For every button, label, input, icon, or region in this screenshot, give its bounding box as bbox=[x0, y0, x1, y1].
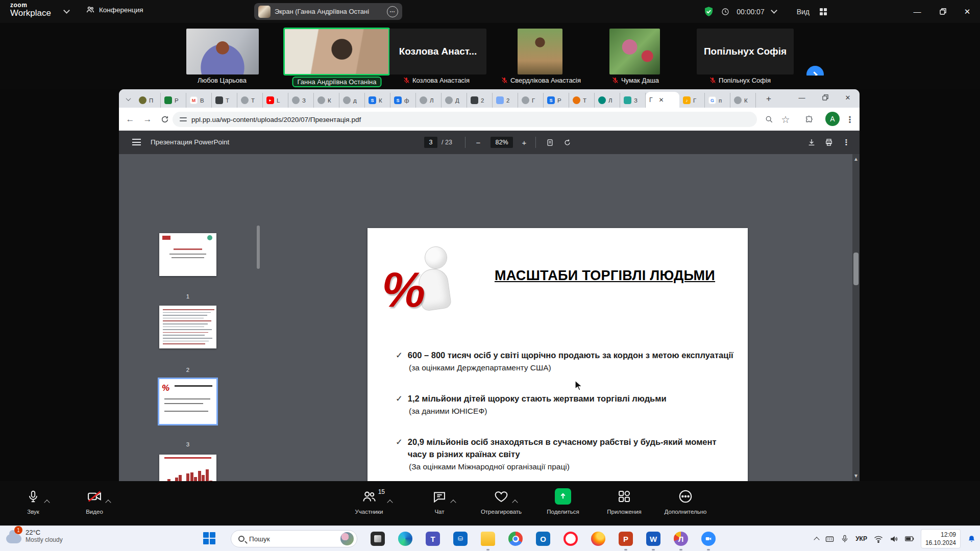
profile-avatar[interactable]: А bbox=[825, 112, 840, 126]
browser-tab[interactable]: З bbox=[620, 93, 646, 108]
pdf-scrollbar-track[interactable] bbox=[852, 154, 860, 481]
participant-video-tile[interactable] bbox=[186, 29, 259, 74]
taskbar-app-teams[interactable]: T bbox=[425, 531, 441, 547]
browser-tab[interactable]: 2 bbox=[467, 93, 493, 108]
chrome-menu-icon[interactable]: ⋮ bbox=[844, 113, 856, 126]
browser-tab[interactable]: MВ bbox=[186, 93, 212, 108]
browser-tab[interactable]: Д bbox=[442, 93, 467, 108]
participant-video-tile[interactable] bbox=[609, 29, 660, 74]
browser-tab[interactable]: Р bbox=[161, 93, 186, 108]
taskbar-app-store[interactable]: ⛁ bbox=[452, 531, 469, 547]
scroll-down-icon[interactable]: ▼ bbox=[853, 473, 859, 479]
browser-tab[interactable]: Т bbox=[569, 93, 595, 108]
participant-video-tile[interactable] bbox=[284, 29, 389, 74]
toolbar-react-button[interactable]: Отреагировать bbox=[473, 487, 529, 515]
search-highlight-image[interactable] bbox=[340, 532, 354, 545]
page-thumbnail-4[interactable] bbox=[159, 455, 216, 481]
taskbar-app-edge[interactable] bbox=[397, 531, 413, 547]
tab-active-pdf[interactable]: Г✕ bbox=[646, 92, 679, 108]
forward-button[interactable]: → bbox=[141, 113, 154, 126]
wifi-icon[interactable] bbox=[874, 535, 883, 543]
taskbar-app-zoom[interactable] bbox=[700, 531, 717, 547]
sidebar-scrollbar[interactable] bbox=[257, 226, 260, 269]
toolbar-mic-button[interactable]: Звук bbox=[5, 487, 61, 515]
zoom-in-button[interactable]: + bbox=[518, 136, 530, 148]
pdf-scrollbar-thumb[interactable] bbox=[853, 253, 859, 285]
tab-search-button[interactable] bbox=[123, 94, 133, 104]
site-settings-icon[interactable] bbox=[180, 116, 187, 122]
browser-tab[interactable]: SР bbox=[544, 93, 569, 108]
browser-tab[interactable]: ♪Г bbox=[679, 93, 705, 108]
toolbar-apps-button[interactable]: Приложения bbox=[596, 487, 652, 515]
page-thumbnail-1[interactable] bbox=[159, 233, 216, 276]
browser-tab[interactable]: SК bbox=[365, 93, 390, 108]
browser-tab[interactable]: З bbox=[288, 93, 314, 108]
weather-widget[interactable]: 1 22°C Mostly cloudy bbox=[6, 528, 63, 543]
taskbar-app-photos[interactable] bbox=[370, 531, 386, 547]
volume-icon[interactable] bbox=[890, 535, 898, 543]
zoom-out-button[interactable]: − bbox=[472, 136, 484, 148]
browser-tab[interactable]: К bbox=[730, 93, 756, 108]
tab-close-icon[interactable]: ✕ bbox=[659, 96, 664, 104]
browser-tab[interactable]: ▸L bbox=[263, 93, 288, 108]
reload-button[interactable] bbox=[159, 113, 171, 126]
share-tab-more-icon[interactable] bbox=[387, 6, 398, 17]
toolbar-share-button[interactable]: Поделиться bbox=[535, 487, 591, 515]
browser-tab[interactable]: П bbox=[135, 93, 161, 108]
chevron-up-icon[interactable] bbox=[512, 499, 518, 505]
participant-text-tile[interactable]: Козлова Анаст... bbox=[389, 29, 486, 74]
battery-icon[interactable] bbox=[905, 535, 914, 542]
participant-video-tile[interactable] bbox=[518, 29, 562, 74]
bookmark-star-icon[interactable]: ☆ bbox=[779, 113, 792, 126]
chevron-up-icon[interactable] bbox=[450, 499, 456, 505]
browser-tab[interactable]: Т bbox=[212, 93, 237, 108]
taskbar-app-firefox[interactable] bbox=[590, 531, 606, 547]
browser-tab[interactable]: Т bbox=[237, 93, 263, 108]
pdf-menu-icon[interactable] bbox=[132, 139, 141, 145]
taskbar-search[interactable]: Пошук bbox=[231, 530, 357, 547]
tray-overflow-icon[interactable] bbox=[814, 537, 819, 542]
view-button[interactable]: Вид bbox=[797, 8, 810, 16]
toolbar-more-button[interactable]: Дополнительно bbox=[657, 487, 714, 515]
download-button[interactable] bbox=[805, 136, 818, 148]
browser-tab[interactable]: д bbox=[339, 93, 365, 108]
back-button[interactable]: ← bbox=[124, 113, 136, 126]
new-tab-button[interactable]: + bbox=[763, 93, 774, 105]
chevron-up-icon[interactable] bbox=[44, 499, 50, 505]
chrome-minimize-button[interactable]: — bbox=[791, 89, 813, 106]
toolbar-participants-button[interactable]: 15Участники bbox=[341, 487, 397, 515]
zoom-close-button[interactable]: ✕ bbox=[955, 0, 979, 23]
notification-bell-icon[interactable] bbox=[967, 535, 976, 543]
tray-mic-icon[interactable] bbox=[841, 535, 849, 543]
zoom-minimize-button[interactable]: — bbox=[905, 0, 929, 23]
zoom-page-icon[interactable] bbox=[763, 113, 775, 126]
scroll-up-icon[interactable]: ▲ bbox=[853, 156, 859, 162]
view-grid-icon[interactable] bbox=[820, 8, 827, 15]
toolbar-chat-button[interactable]: Чат bbox=[411, 487, 468, 515]
workspace-chevron-down-icon[interactable] bbox=[63, 7, 70, 14]
chrome-close-button[interactable]: ✕ bbox=[837, 89, 859, 106]
toolbar-camera-off-button[interactable]: Видео bbox=[66, 487, 122, 515]
page-number-input[interactable]: 3 bbox=[424, 137, 437, 148]
taskbar-app-explorer[interactable] bbox=[480, 531, 496, 547]
extensions-puzzle-icon[interactable] bbox=[803, 113, 815, 126]
start-button[interactable] bbox=[203, 532, 215, 544]
participant-text-tile[interactable]: Попільнух Софія bbox=[697, 29, 794, 74]
url-text[interactable]: ppl.pp.ua/wp-content/uploads/2020/07/Пре… bbox=[191, 116, 361, 123]
browser-tab[interactable]: Л bbox=[416, 93, 442, 108]
tab-conference[interactable]: Конференция bbox=[86, 5, 143, 14]
print-button[interactable] bbox=[823, 136, 835, 148]
taskbar-app-opera[interactable] bbox=[562, 531, 579, 547]
zoom-restore-button[interactable] bbox=[931, 0, 954, 23]
taskbar-app-chrome[interactable] bbox=[507, 531, 524, 547]
taskbar-app-media[interactable]: Л bbox=[673, 531, 689, 547]
timer-chevron-down-icon[interactable] bbox=[771, 7, 777, 14]
language-indicator[interactable]: УКР bbox=[855, 535, 867, 542]
chevron-up-icon[interactable] bbox=[387, 499, 393, 505]
browser-tab[interactable]: Л bbox=[595, 93, 620, 108]
browser-tab[interactable]: 2 bbox=[493, 93, 518, 108]
browser-tab[interactable]: К bbox=[314, 93, 339, 108]
chevron-up-icon[interactable] bbox=[105, 499, 111, 505]
address-bar[interactable]: ppl.pp.ua/wp-content/uploads/2020/07/Пре… bbox=[173, 112, 757, 127]
page-thumbnail-2[interactable] bbox=[159, 306, 216, 348]
